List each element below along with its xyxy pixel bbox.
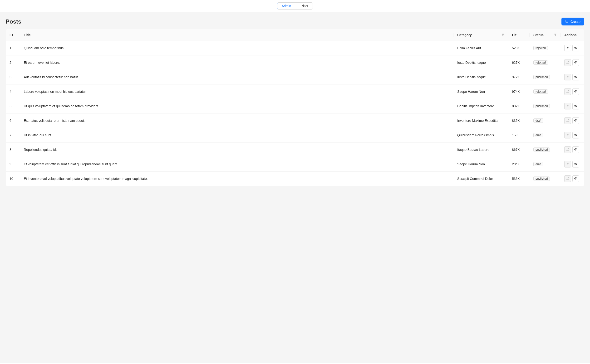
table-row: 4Labore voluptas non modi hic eos pariat… [6,84,584,99]
cell-actions [560,113,584,128]
cell-title: Et voluptatem est officiis sunt fugiat q… [20,157,454,172]
page-title: Posts [6,18,21,25]
cell-hit: 802K [508,99,530,113]
edit-icon [566,119,569,123]
status-tag: rejected [533,46,548,50]
table-row: 6Est natus velit quia rerum iste nam seq… [6,113,584,128]
eye-icon [574,61,577,65]
view-button[interactable] [572,146,579,153]
cell-status: published [530,99,560,113]
cell-hit: 867K [508,143,530,157]
table-row: 9Et voluptatem est officiis sunt fugiat … [6,157,584,172]
create-button-label: Create [571,20,580,24]
tab-editor[interactable]: Editor [295,3,313,9]
view-button[interactable] [572,103,579,110]
cell-id: 9 [6,157,20,172]
status-tag: published [533,75,550,79]
eye-icon [574,148,577,152]
cell-id: 7 [6,128,20,143]
column-header-hit[interactable]: Hit [508,29,530,41]
cell-title: Aut veritatis id consectetur non natus. [20,70,454,84]
status-tag: rejected [533,90,548,94]
cell-id: 1 [6,41,20,55]
cell-title: Et earum eveniet labore. [20,55,454,70]
edit-button [564,117,571,124]
cell-category: Saepe Harum Non [454,157,508,172]
edit-icon [566,177,569,181]
cell-status: draft [530,128,560,143]
view-button[interactable] [572,117,579,124]
cell-category: Itaque Beatae Labore [454,143,508,157]
table-row: 5Ut quis voluptatem et qui nemo ea totam… [6,99,584,113]
eye-icon [574,46,577,50]
eye-icon [574,119,577,123]
tab-admin[interactable]: Admin [277,2,296,10]
eye-icon [574,75,577,79]
edit-button [564,59,571,66]
edit-button [564,146,571,153]
cell-actions [560,128,584,143]
column-header-id[interactable]: ID [6,29,20,41]
cell-hit: 974K [508,84,530,99]
view-button[interactable] [572,45,579,51]
cell-actions [560,55,584,70]
edit-icon [566,90,569,94]
status-tag: published [533,148,550,152]
eye-icon [574,162,577,166]
cell-category: Enim Facilis Aut [454,41,508,55]
view-button[interactable] [572,74,579,80]
cell-status: published [530,70,560,84]
status-tag: draft [533,133,543,137]
edit-button [564,88,571,95]
cell-title: Et inventore vel voluptatibus voluptate … [20,172,454,186]
cell-status: draft [530,157,560,172]
status-tag: rejected [533,60,548,65]
create-button[interactable]: Create [561,18,584,26]
posts-table-container: ID Title Category Hit Status [6,29,584,186]
view-button[interactable] [572,175,579,182]
filter-icon[interactable] [554,33,557,37]
cell-hit: 15K [508,128,530,143]
cell-title: Labore voluptas non modi hic eos pariatu… [20,84,454,99]
cell-category: Saepe Harum Non [454,84,508,99]
view-button[interactable] [572,161,579,168]
cell-actions [560,84,584,99]
edit-button[interactable] [564,45,571,51]
eye-icon [574,90,577,94]
cell-category: Suscipit Commodi Dolor [454,172,508,186]
cell-category: Inventore Maxime Expedita [454,113,508,128]
table-row: 10Et inventore vel voluptatibus voluptat… [6,172,584,186]
cell-hit: 528K [508,41,530,55]
page-header: Posts Create [6,18,584,26]
edit-button [564,132,571,138]
table-row: 8Repellendus quia a id.Itaque Beatae Lab… [6,143,584,157]
cell-hit: 627K [508,55,530,70]
cell-id: 10 [6,172,20,186]
status-tag: published [533,104,550,108]
view-button[interactable] [572,59,579,66]
top-nav-bar: AdminEditor [0,0,590,12]
cell-id: 5 [6,99,20,113]
cell-status: rejected [530,84,560,99]
cell-status: published [530,172,560,186]
view-button[interactable] [572,88,579,95]
status-tag: draft [533,118,543,123]
cell-id: 3 [6,70,20,84]
column-header-category[interactable]: Category [454,29,508,41]
edit-button [564,74,571,80]
filter-icon[interactable] [501,33,504,37]
cell-id: 2 [6,55,20,70]
view-button[interactable] [572,132,579,138]
cell-title: Ut in vitae qui sunt. [20,128,454,143]
cell-status: rejected [530,55,560,70]
cell-actions [560,143,584,157]
status-tag: published [533,176,550,181]
column-header-status[interactable]: Status [530,29,560,41]
cell-id: 8 [6,143,20,157]
cell-hit: 835K [508,113,530,128]
cell-title: Quisquam odio temporibus. [20,41,454,55]
posts-table: ID Title Category Hit Status [6,29,584,186]
cell-actions [560,172,584,186]
cell-actions [560,41,584,55]
column-header-title[interactable]: Title [20,29,454,41]
